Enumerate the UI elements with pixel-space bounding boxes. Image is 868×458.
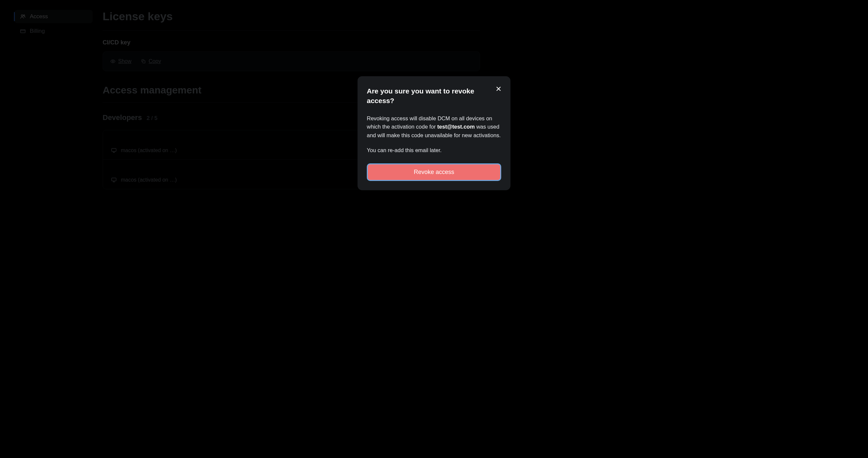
modal-body: Revoking access will disable DCM on all … bbox=[367, 114, 501, 155]
modal-body-text: Revoking access will disable DCM on all … bbox=[367, 114, 501, 140]
modal-title: Are you sure you want to revoke access? bbox=[367, 86, 501, 106]
modal-email: test@test.com bbox=[437, 124, 475, 130]
modal-overlay[interactable]: Are you sure you want to revoke access? … bbox=[0, 0, 868, 458]
revoke-access-confirm-button[interactable]: Revoke access bbox=[367, 163, 501, 181]
modal-body-readd: You can re-add this email later. bbox=[367, 146, 501, 155]
close-icon bbox=[495, 86, 502, 92]
revoke-access-modal: Are you sure you want to revoke access? … bbox=[358, 76, 510, 190]
modal-close-button[interactable] bbox=[495, 85, 502, 93]
